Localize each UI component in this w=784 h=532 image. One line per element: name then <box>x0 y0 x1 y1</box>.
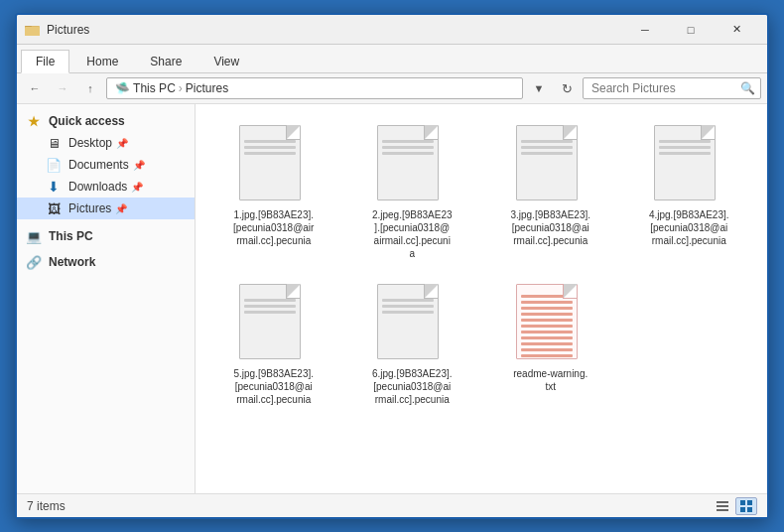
path-sep-1: › <box>179 81 183 95</box>
path-dropdown-button[interactable]: ▼ <box>527 77 551 99</box>
list-item[interactable]: 2.jpeg.[9B83AE23].[pecunia0318@airmail.c… <box>348 118 477 267</box>
close-button[interactable]: ✕ <box>714 15 759 45</box>
svg-rect-4 <box>717 505 728 507</box>
sidebar-item-desktop[interactable]: 🖥 Desktop 📌 <box>17 132 195 154</box>
file-name-2: 2.jpeg.[9B83AE23].[pecunia0318@airmail.c… <box>372 208 453 260</box>
search-container: 🔍 <box>583 77 761 99</box>
path-this-pc: 🛸 This PC <box>115 81 176 95</box>
pictures-label: Pictures <box>68 201 111 215</box>
list-item[interactable]: 6.jpg.[9B83AE23].[pecunia0318@airmail.cc… <box>348 277 477 413</box>
thispc-label: This PC <box>49 229 93 243</box>
window-title: Pictures <box>47 23 622 37</box>
list-item[interactable]: 3.jpg.[9B83AE23].[pecunia0318@airmail.cc… <box>486 118 615 267</box>
forward-button[interactable]: → <box>51 77 74 99</box>
status-bar: 7 items <box>17 493 767 517</box>
file-name-6: 6.jpg.[9B83AE23].[pecunia0318@airmail.cc… <box>372 367 453 406</box>
address-bar: ← → ↑ 🛸 This PC › Pictures ▼ ↻ 🔍 <box>17 73 767 104</box>
path-pictures: Pictures <box>186 81 228 95</box>
refresh-button[interactable]: ↻ <box>555 77 579 99</box>
svg-rect-7 <box>747 500 752 505</box>
svg-rect-5 <box>717 509 728 511</box>
desktop-icon: 🖥 <box>45 135 63 151</box>
sidebar-section-thispc[interactable]: 💻 This PC <box>17 225 195 247</box>
svg-rect-6 <box>740 500 745 505</box>
downloads-icon: ⬇ <box>45 179 63 195</box>
file-icon-5 <box>239 284 309 363</box>
tab-share[interactable]: Share <box>135 50 196 72</box>
svg-rect-8 <box>740 507 745 512</box>
ribbon: File Home Share View <box>17 45 767 73</box>
computer-icon: 💻 <box>25 228 43 244</box>
file-icon-txt <box>516 284 586 363</box>
details-view-button[interactable] <box>712 497 733 515</box>
address-path[interactable]: 🛸 This PC › Pictures <box>106 77 523 99</box>
maximize-button[interactable]: □ <box>668 15 714 45</box>
tab-home[interactable]: Home <box>71 50 133 72</box>
file-name-1: 1.jpg.[9B83AE23].[pecunia0318@airrmail.c… <box>233 208 314 247</box>
file-icon-1 <box>239 125 309 204</box>
pin-icon-pictures: 📌 <box>115 203 127 214</box>
network-label: Network <box>49 255 95 269</box>
large-icons-view-button[interactable] <box>735 497 757 515</box>
svg-rect-3 <box>717 501 728 503</box>
up-button[interactable]: ↑ <box>78 77 102 99</box>
quick-access-label: Quick access <box>49 114 125 128</box>
item-count: 7 items <box>27 499 65 513</box>
sidebar-section-quick-access: ★ Quick access <box>17 110 195 132</box>
sidebar-item-pictures[interactable]: 🖼 Pictures 📌 <box>17 198 195 219</box>
documents-label: Documents <box>68 158 129 172</box>
search-input[interactable] <box>583 77 761 99</box>
tab-file[interactable]: File <box>21 50 69 73</box>
pin-icon-desktop: 📌 <box>116 138 128 149</box>
main-content: ★ Quick access 🖥 Desktop 📌 📄 Documents 📌 <box>17 104 767 493</box>
pin-icon-documents: 📌 <box>133 160 145 171</box>
documents-icon: 📄 <box>45 157 63 173</box>
file-area-wrapper: 1.jpg.[9B83AE23].[pecunia0318@airrmail.c… <box>196 104 767 493</box>
file-name-4: 4.jpg.[9B83AE23].[pecunia0318@airmail.cc… <box>649 208 729 247</box>
list-item[interactable]: 4.jpg.[9B83AE23].[pecunia0318@airmail.cc… <box>625 118 754 267</box>
window-controls: ─ □ ✕ <box>622 15 759 45</box>
svg-rect-9 <box>747 507 752 512</box>
explorer-window: Pictures ─ □ ✕ File Home Share View ← → … <box>15 13 769 519</box>
file-name-3: 3.jpg.[9B83AE23].[pecunia0318@airmail.cc… <box>510 208 590 247</box>
sidebar: ★ Quick access 🖥 Desktop 📌 📄 Documents 📌 <box>17 104 196 493</box>
desktop-label: Desktop <box>68 136 112 150</box>
pictures-icon: 🖼 <box>45 200 63 216</box>
back-button[interactable]: ← <box>23 77 47 99</box>
sidebar-item-documents[interactable]: 📄 Documents 📌 <box>17 154 195 176</box>
list-item[interactable]: readme-warning.txt <box>486 277 615 413</box>
downloads-label: Downloads <box>68 180 127 194</box>
file-icon-6 <box>377 284 447 363</box>
svg-rect-2 <box>25 27 40 36</box>
title-bar: Pictures ─ □ ✕ <box>17 15 767 45</box>
file-grid: 1.jpg.[9B83AE23].[pecunia0318@airrmail.c… <box>205 114 757 417</box>
file-area: 1.jpg.[9B83AE23].[pecunia0318@airrmail.c… <box>196 104 767 427</box>
view-controls <box>712 497 757 515</box>
minimize-button[interactable]: ─ <box>622 15 668 45</box>
window-icon <box>25 22 41 38</box>
file-icon-3 <box>516 125 586 204</box>
list-item[interactable]: 1.jpg.[9B83AE23].[pecunia0318@airrmail.c… <box>209 118 338 267</box>
star-icon: ★ <box>25 113 43 129</box>
network-icon: 🔗 <box>25 254 43 270</box>
file-name-5: 5.jpg.[9B83AE23].[pecunia0318@airmail.cc… <box>233 367 314 406</box>
file-icon-2 <box>377 125 447 204</box>
file-icon-4 <box>654 125 723 204</box>
tab-view[interactable]: View <box>198 50 254 72</box>
sidebar-item-downloads[interactable]: ⬇ Downloads 📌 <box>17 176 195 198</box>
list-item[interactable]: 5.jpg.[9B83AE23].[pecunia0318@airmail.cc… <box>209 277 338 413</box>
ribbon-tabs: File Home Share View <box>17 45 767 72</box>
file-name-txt: readme-warning.txt <box>513 367 588 393</box>
pin-icon-downloads: 📌 <box>131 182 143 193</box>
sidebar-section-network[interactable]: 🔗 Network <box>17 251 195 273</box>
